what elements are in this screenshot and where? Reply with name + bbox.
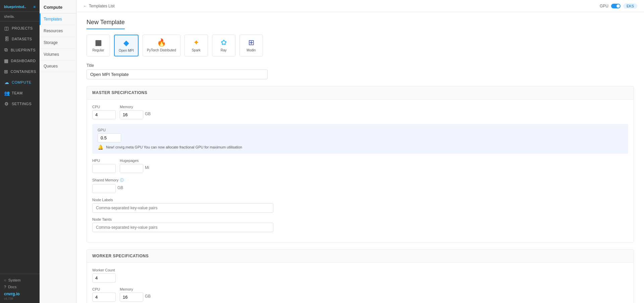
regular-label: Regular bbox=[92, 48, 104, 52]
back-label: Templates List bbox=[89, 4, 115, 8]
worker-count-label: Worker Count bbox=[92, 268, 116, 272]
node-taints-input[interactable] bbox=[92, 223, 273, 232]
template-type-spark[interactable]: ✦ Spark bbox=[184, 35, 208, 56]
sidebar-footer: ○ System ? Docs cnvrg.io v4.738 bbox=[0, 274, 40, 303]
settings-icon: ⚙ bbox=[4, 101, 9, 106]
top-bar-right: GPU EKS bbox=[600, 3, 637, 9]
containers-icon: ⊞ bbox=[4, 69, 8, 74]
pytorch-label: PyTorch Distributed bbox=[147, 48, 176, 52]
ray-label: Ray bbox=[221, 48, 227, 52]
sidebar-item-label: PROJECTS bbox=[12, 26, 33, 30]
sidebar-user: sheila. bbox=[0, 12, 40, 21]
hugepages-input[interactable] bbox=[120, 164, 143, 173]
eks-badge: EKS bbox=[623, 3, 637, 9]
worker-count-input[interactable] bbox=[92, 273, 116, 283]
template-type-open-mpi[interactable]: ◆ Open MPI bbox=[114, 35, 139, 56]
sidebar-item-dashboard[interactable]: ▦DASHBOARD bbox=[0, 55, 40, 66]
sidebar-item-blueprints[interactable]: ⧉BLUEPRINTS bbox=[0, 44, 40, 55]
hugepages-field: Hugepages Mi bbox=[120, 159, 149, 173]
template-type-regular[interactable]: ▦ Regular bbox=[87, 35, 110, 56]
title-field-group: Title bbox=[87, 63, 634, 79]
sidebar-item-projects[interactable]: ◫PROJECTS bbox=[0, 23, 40, 34]
sidebar-item-label: SETTINGS bbox=[12, 102, 32, 106]
sidebar-item-settings[interactable]: ⚙SETTINGS bbox=[0, 98, 40, 109]
dashboard-icon: ▦ bbox=[4, 58, 9, 63]
template-type-ray[interactable]: ✿ Ray bbox=[212, 35, 235, 56]
title-label: Title bbox=[87, 63, 634, 68]
gpu-info: 🔔 New! cnvrg.meta GPU You can now alloca… bbox=[98, 144, 623, 150]
main-content: ← Templates List GPU EKS New Template ▦ … bbox=[76, 0, 644, 303]
master-specs-section: MASTER SPECIFICATIONS CPU Memory GB bbox=[87, 86, 634, 243]
shared-memory-field: Shared Memory ⓘ GB bbox=[92, 178, 124, 193]
template-type-pytorch[interactable]: 🔥 PyTorch Distributed bbox=[143, 35, 180, 56]
worker-memory-unit: GB bbox=[145, 294, 151, 301]
template-type-selector: ▦ Regular ◆ Open MPI 🔥 PyTorch Distribut… bbox=[87, 35, 634, 56]
memory-input[interactable] bbox=[120, 110, 143, 119]
worker-count-row: Worker Count bbox=[92, 268, 628, 283]
gpu-toggle[interactable] bbox=[611, 4, 621, 8]
hpu-label: HPU bbox=[92, 159, 116, 163]
datasets-icon: 🗄 bbox=[4, 36, 9, 42]
shared-memory-label: Shared Memory ⓘ bbox=[92, 178, 124, 183]
sidebar-logo: blueprintsd.. ≡ bbox=[0, 0, 40, 12]
shared-memory-input[interactable] bbox=[92, 184, 116, 193]
brand-name: cnvrg.io bbox=[4, 290, 36, 297]
memory-field: Memory GB bbox=[120, 105, 151, 119]
system-label: System bbox=[8, 278, 21, 282]
open-mpi-icon: ◆ bbox=[123, 39, 129, 47]
logo-text: blueprintsd.. bbox=[4, 5, 26, 9]
sidebar-collapse-icon[interactable]: ≡ bbox=[34, 5, 36, 9]
sidebar-item-label: TEAM bbox=[12, 91, 23, 95]
page-title: New Template bbox=[87, 19, 125, 29]
worker-memory-input[interactable] bbox=[120, 293, 143, 302]
sidebar-item-system[interactable]: ○ System bbox=[4, 277, 36, 284]
spark-icon: ✦ bbox=[193, 38, 199, 47]
template-type-modin[interactable]: ⊞ Modin bbox=[239, 35, 263, 56]
master-specs-body: CPU Memory GB GPU bbox=[87, 99, 634, 242]
sub-sidebar-item-resources[interactable]: Resources bbox=[40, 25, 76, 37]
sidebar-item-label: BLUEPRINTS bbox=[11, 48, 36, 52]
system-icon: ○ bbox=[4, 278, 6, 282]
sidebar-item-team[interactable]: 👥TEAM bbox=[0, 88, 40, 98]
worker-specs-header: WORKER SPECIFICATIONS bbox=[87, 250, 634, 263]
worker-cpu-input[interactable] bbox=[92, 293, 116, 302]
docs-label: Docs bbox=[8, 285, 16, 289]
worker-cpu-field: CPU bbox=[92, 287, 116, 302]
sub-sidebar-item-templates[interactable]: Templates bbox=[40, 13, 76, 25]
gpu-field-label: GPU bbox=[98, 128, 623, 132]
worker-cpu-memory-row: CPU Memory GB bbox=[92, 287, 628, 302]
sidebar-item-label: DATASETS bbox=[12, 37, 32, 41]
sub-sidebar-item-queues[interactable]: Queues bbox=[40, 60, 76, 72]
team-icon: 👥 bbox=[4, 90, 9, 96]
master-specs-header: MASTER SPECIFICATIONS bbox=[87, 86, 634, 99]
gpu-input[interactable] bbox=[98, 133, 121, 142]
sub-sidebar-item-storage[interactable]: Storage bbox=[40, 37, 76, 49]
hugepages-label: Hugepages bbox=[120, 159, 149, 163]
sidebar-item-label: COMPUTE bbox=[12, 80, 32, 84]
cpu-label: CPU bbox=[92, 105, 116, 109]
worker-count-field: Worker Count bbox=[92, 268, 116, 283]
hpu-field: HPU bbox=[92, 159, 116, 173]
sidebar-item-compute[interactable]: ☁COMPUTE bbox=[0, 77, 40, 88]
version-label: v4.738 bbox=[4, 297, 36, 300]
sidebar-item-docs[interactable]: ? Docs bbox=[4, 284, 36, 290]
sub-sidebar: Compute Templates Resources Storage Volu… bbox=[40, 0, 76, 303]
cpu-field: CPU bbox=[92, 105, 116, 119]
blueprints-icon: ⧉ bbox=[4, 47, 8, 53]
hpu-input[interactable] bbox=[92, 164, 116, 173]
top-bar: ← Templates List GPU EKS bbox=[76, 0, 644, 12]
sidebar: blueprintsd.. ≡ sheila. ◫PROJECTS🗄DATASE… bbox=[0, 0, 40, 303]
back-link[interactable]: ← Templates List bbox=[83, 4, 115, 8]
sidebar-item-containers[interactable]: ⊞CONTAINERS bbox=[0, 66, 40, 77]
node-labels-input[interactable] bbox=[92, 203, 273, 213]
sub-sidebar-header: Compute bbox=[40, 0, 76, 13]
shared-memory-unit: GB bbox=[117, 185, 123, 192]
modin-label: Modin bbox=[247, 48, 256, 52]
worker-cpu-label: CPU bbox=[92, 287, 116, 291]
sub-sidebar-item-volumes[interactable]: Volumes bbox=[40, 49, 76, 60]
pytorch-icon: 🔥 bbox=[157, 38, 166, 47]
cpu-input[interactable] bbox=[92, 110, 116, 119]
projects-icon: ◫ bbox=[4, 26, 9, 31]
title-input[interactable] bbox=[87, 70, 268, 79]
sidebar-item-datasets[interactable]: 🗄DATASETS bbox=[0, 34, 40, 44]
